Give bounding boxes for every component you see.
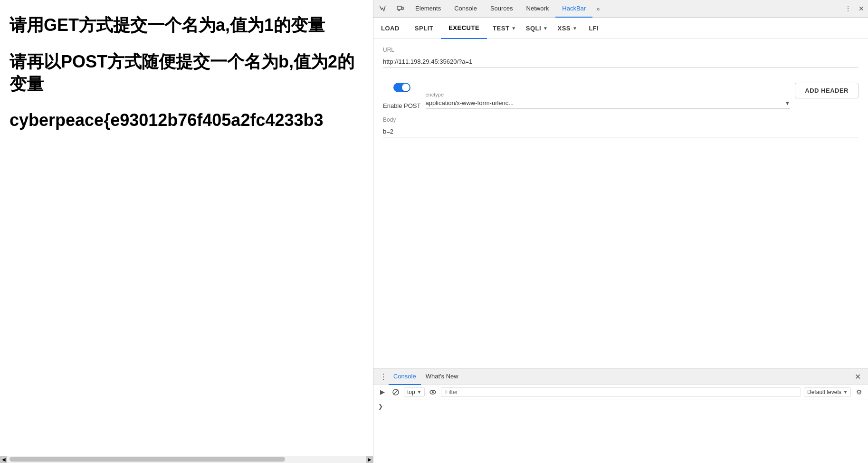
default-levels-arrow: ▼ (843, 390, 848, 395)
body-input[interactable] (383, 126, 858, 137)
url-input[interactable] (383, 56, 858, 68)
console-block-btn[interactable] (391, 387, 401, 397)
console-filter-input[interactable] (441, 387, 801, 397)
console-tab-whats-new[interactable]: What's New (421, 368, 463, 385)
enctype-select[interactable]: application/x-www-form-urlenc... multipa… (426, 99, 785, 106)
scrollbar-right-arrow[interactable]: ▶ (366, 456, 373, 463)
svg-rect-1 (402, 7, 403, 10)
enable-post-toggle[interactable] (393, 83, 410, 92)
scrollbar-thumb[interactable] (10, 457, 285, 462)
load-button[interactable]: LOAD (373, 18, 407, 39)
enctype-select-wrap[interactable]: application/x-www-form-urlenc... multipa… (426, 99, 791, 109)
eye-icon[interactable] (428, 387, 438, 397)
tab-console[interactable]: Console (448, 0, 484, 18)
console-content: ❯ (373, 399, 868, 463)
test-dropdown-arrow: ▼ (511, 26, 516, 31)
add-header-button[interactable]: ADD HEADER (795, 83, 858, 98)
scrollbar-track[interactable] (7, 456, 366, 463)
svg-point-6 (432, 391, 434, 393)
hackbar-toolbar: LOAD SPLIT EXECUTE TEST ▼ SQLI ▼ XSS ▼ L… (373, 18, 868, 39)
url-field-group: URL (383, 47, 858, 68)
console-menu-btn[interactable]: ⋮ (378, 371, 389, 382)
console-toolbar: ▶ top ▼ Default leve (373, 385, 868, 399)
console-tab-bar: ⋮ Console What's New ✕ (373, 368, 868, 385)
body-field-group: Body (383, 116, 858, 137)
xss-dropdown-arrow: ▼ (572, 26, 577, 31)
lfi-button[interactable]: LFI (581, 18, 606, 39)
console-prompt-arrow[interactable]: ❯ (378, 403, 383, 410)
webpage-line1: 请用GET方式提交一个名为a,值为1的变量 (10, 14, 363, 37)
sqli-dropdown-arrow: ▼ (543, 26, 548, 31)
tab-hackbar[interactable]: HackBar (555, 0, 592, 18)
tab-more[interactable]: » (592, 0, 603, 18)
enctype-group: enctype application/x-www-form-urlenc...… (426, 92, 791, 109)
execute-button[interactable]: EXECUTE (441, 18, 487, 39)
console-tab-console[interactable]: Console (389, 368, 421, 385)
tab-sources[interactable]: Sources (484, 0, 520, 18)
split-button[interactable]: SPLIT (407, 18, 441, 39)
more-options-btn[interactable]: ⋮ (841, 2, 855, 15)
hackbar-main-content: URL Enable POST enctype application/x-ww… (373, 39, 868, 368)
enable-post-label: Enable POST (383, 103, 421, 109)
console-panel: ⋮ Console What's New ✕ ▶ top ▼ (373, 368, 868, 463)
xss-dropdown[interactable]: XSS ▼ (552, 18, 581, 39)
context-dropdown-arrow: ▼ (417, 390, 421, 395)
toggle-group: Enable POST (383, 75, 421, 109)
close-devtools-btn[interactable]: ✕ (855, 2, 868, 15)
body-label: Body (383, 116, 858, 123)
devtools-actions: ⋮ ✕ (841, 2, 868, 15)
enctype-arrow: ▼ (784, 100, 790, 106)
context-selector[interactable]: top ▼ (404, 387, 425, 397)
default-levels-text: Default levels (807, 389, 841, 395)
webpage-scrollbar[interactable]: ◀ ▶ (0, 456, 373, 463)
url-label: URL (383, 47, 858, 53)
default-levels-selector[interactable]: Default levels ▼ (804, 387, 851, 397)
console-run-btn[interactable]: ▶ (377, 387, 388, 397)
console-prompt-row: ❯ (378, 401, 863, 412)
devtools-tab-bar: Elements Console Sources Network HackBar… (373, 0, 868, 18)
devtools-panel: Elements Console Sources Network HackBar… (373, 0, 868, 463)
webpage-line2: 请再以POST方式随便提交一个名为b,值为2的变量 (10, 51, 363, 96)
tab-elements[interactable]: Elements (409, 0, 448, 18)
sqli-dropdown[interactable]: SQLI ▼ (520, 18, 552, 39)
webpage-panel: 请用GET方式提交一个名为a,值为1的变量 请再以POST方式随便提交一个名为b… (0, 0, 373, 463)
enctype-label: enctype (426, 92, 791, 97)
console-settings-btn[interactable]: ⚙ (854, 387, 864, 397)
svg-line-4 (393, 390, 398, 395)
inspect-icon[interactable] (373, 0, 391, 18)
toggle-knob (402, 84, 410, 91)
console-close-btn[interactable]: ✕ (852, 371, 863, 382)
svg-rect-0 (397, 6, 401, 10)
test-dropdown[interactable]: TEST ▼ (487, 18, 520, 39)
context-select[interactable]: top (407, 389, 415, 395)
tab-network[interactable]: Network (520, 0, 556, 18)
post-row: Enable POST enctype application/x-www-fo… (383, 75, 858, 109)
webpage-line3: cyberpeace{e93012b76f405a2fc4233b3 (10, 109, 363, 132)
device-icon[interactable] (391, 0, 409, 18)
scrollbar-left-arrow[interactable]: ◀ (0, 456, 7, 463)
